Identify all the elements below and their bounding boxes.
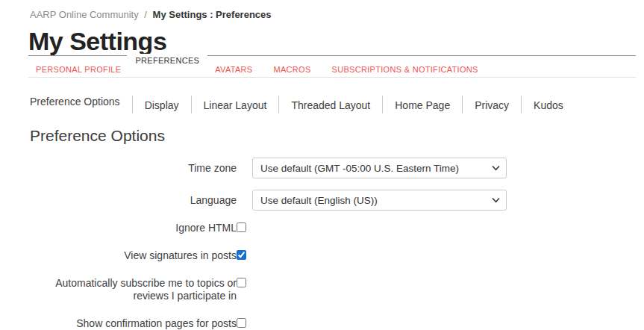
subtab-kudos[interactable]: Kudos <box>522 96 575 116</box>
tab-avatars[interactable]: AVATARS <box>215 55 252 74</box>
breadcrumb-link-community[interactable]: AARP Online Community <box>30 9 139 20</box>
view-signatures-checkbox[interactable] <box>237 250 246 260</box>
auto-subscribe-label: Automatically subscribe me to topics or … <box>30 277 237 302</box>
subtab-linear-layout[interactable]: Linear Layout <box>192 96 279 116</box>
section-heading: Preference Options <box>30 128 644 144</box>
tab-personal-profile[interactable]: PERSONAL PROFILE <box>36 55 121 74</box>
tab-macros[interactable]: MACROS <box>273 55 310 74</box>
language-label: Language <box>30 194 237 206</box>
language-select-wrap: Use default (English (US)) <box>252 190 507 211</box>
breadcrumb: AARP Online Community / My Settings : Pr… <box>30 9 644 21</box>
preferences-form: Time zone Use default (GMT -05:00 U.S. E… <box>30 158 644 330</box>
main-tab-bar: PERSONAL PROFILE PREFERENCES AVATARS MAC… <box>28 55 636 78</box>
ignore-html-label: Ignore HTML <box>30 222 237 234</box>
tab-preferences[interactable]: PREFERENCES <box>127 54 207 65</box>
form-row-show-confirmation: Show confirmation pages for posts <box>30 317 644 330</box>
timezone-label: Time zone <box>30 162 237 174</box>
subtab-threaded-layout[interactable]: Threaded Layout <box>279 96 382 116</box>
form-row-ignore-html: Ignore HTML <box>30 222 644 234</box>
settings-page: AARP Online Community / My Settings : Pr… <box>0 0 644 330</box>
view-signatures-label: View signatures in posts <box>30 249 237 262</box>
timezone-select[interactable]: Use default (GMT -05:00 U.S. Eastern Tim… <box>252 158 507 178</box>
sub-tab-bar: Preference Options Display Linear Layout… <box>30 78 644 116</box>
form-row-language: Language Use default (English (US)) <box>30 190 644 211</box>
tab-subscriptions-notifications[interactable]: SUBSCRIPTIONS & NOTIFICATIONS <box>332 55 478 74</box>
form-row-timezone: Time zone Use default (GMT -05:00 U.S. E… <box>30 158 644 178</box>
form-row-auto-subscribe: Automatically subscribe me to topics or … <box>30 277 644 302</box>
form-row-view-signatures: View signatures in posts <box>30 249 644 262</box>
breadcrumb-separator: / <box>144 9 147 20</box>
subtab-preference-options[interactable]: Preference Options <box>30 96 132 112</box>
show-confirmation-checkbox[interactable] <box>237 318 246 328</box>
subtab-display[interactable]: Display <box>133 96 191 116</box>
language-select[interactable]: Use default (English (US)) <box>252 190 507 211</box>
breadcrumb-current: My Settings : Preferences <box>153 9 272 20</box>
show-confirmation-label: Show confirmation pages for posts <box>30 317 237 330</box>
ignore-html-checkbox[interactable] <box>237 222 246 232</box>
timezone-select-wrap: Use default (GMT -05:00 U.S. Eastern Tim… <box>252 158 507 178</box>
subtab-home-page[interactable]: Home Page <box>383 96 462 116</box>
page-title: My Settings <box>28 27 644 55</box>
subtab-privacy[interactable]: Privacy <box>463 96 521 116</box>
auto-subscribe-checkbox[interactable] <box>237 278 246 287</box>
